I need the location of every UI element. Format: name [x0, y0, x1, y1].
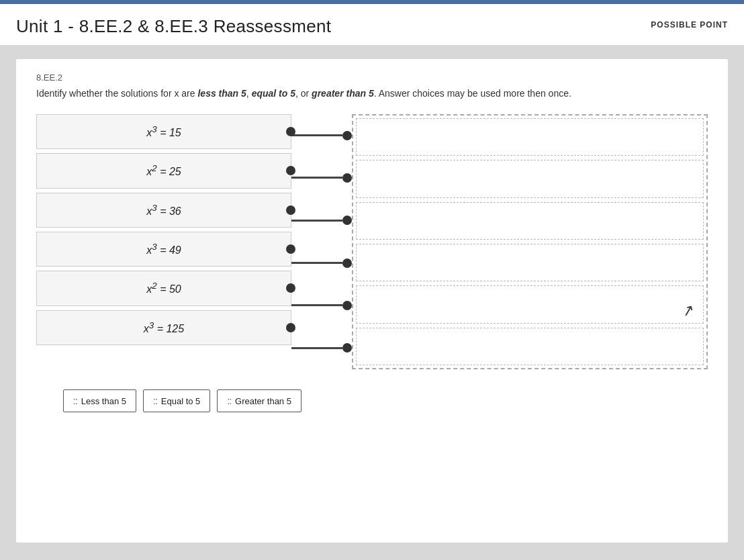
conn-line-5 — [291, 304, 342, 306]
answer-chip-greater-label: Greater than 5 — [235, 396, 291, 406]
drop-zone-2[interactable] — [356, 160, 704, 197]
drop-zone-4[interactable] — [356, 244, 704, 281]
conn-row-6 — [291, 328, 352, 367]
conn-row-3 — [291, 201, 352, 240]
answer-chip-equal-label: Equal to 5 — [161, 396, 201, 406]
main-content: 8.EE.2 Identify whether the solutions fo… — [0, 46, 744, 560]
conn-line-2 — [291, 177, 342, 179]
conn-line-6 — [291, 347, 342, 349]
possible-points-label: POSSIBLE POINT — [651, 20, 728, 30]
pagination: ◄ 3 4 5 6 7 8 9 10 — [0, 549, 744, 560]
conn-dot-right-6 — [342, 343, 352, 353]
equation-text-5: x2 = 50 — [146, 281, 181, 295]
question-card: 8.EE.2 Identify whether the solutions fo… — [16, 59, 728, 543]
conn-line-1 — [291, 134, 342, 136]
conn-line-3 — [291, 220, 342, 222]
answer-chip-less-label: Less than 5 — [81, 396, 126, 406]
equation-text-4: x3 = 49 — [146, 242, 181, 256]
page-title: Unit 1 - 8.EE.2 & 8.EE.3 Reassessment — [16, 16, 331, 37]
conn-row-5 — [291, 286, 352, 325]
answer-chip-equal[interactable]: :: Equal to 5 — [143, 389, 210, 412]
conn-dot-right-5 — [342, 301, 352, 310]
drag-icon-equal: :: — [153, 395, 157, 406]
connectors-column — [291, 114, 352, 369]
answer-options: :: Less than 5 :: Equal to 5 :: Greater … — [63, 389, 708, 412]
drop-zone-5[interactable] — [356, 285, 704, 323]
equation-text-3: x3 = 36 — [146, 203, 181, 218]
conn-row-1 — [291, 116, 352, 155]
drop-zone-column[interactable] — [352, 114, 708, 369]
conn-dot-right-1 — [342, 131, 352, 140]
equation-box-1: x3 = 15 — [36, 114, 291, 149]
equation-text-6: x3 = 125 — [144, 320, 184, 335]
equation-text-2: x2 = 25 — [146, 163, 181, 178]
conn-dot-right-2 — [342, 173, 352, 183]
question-standard: 8.EE.2 — [36, 73, 708, 83]
equation-box-5: x2 = 50 — [36, 271, 291, 306]
connector-dot-left-6 — [286, 323, 295, 332]
conn-line-4 — [291, 262, 342, 264]
header: Unit 1 - 8.EE.2 & 8.EE.3 Reassessment PO… — [0, 4, 744, 46]
drop-zone-6[interactable] — [356, 328, 704, 365]
equation-box-4: x3 = 49 — [36, 232, 291, 267]
drop-zone-3[interactable] — [356, 202, 704, 240]
equation-box-3: x3 = 36 — [36, 193, 291, 228]
conn-dot-right-3 — [342, 216, 352, 225]
answer-chip-less[interactable]: :: Less than 5 — [63, 389, 136, 412]
conn-row-4 — [291, 244, 352, 283]
drag-match-area: x3 = 15 x2 = 25 x3 = 36 x3 = 49 x2 = 50 — [36, 114, 708, 369]
conn-row-2 — [291, 158, 352, 197]
equation-text-1: x3 = 15 — [146, 124, 181, 139]
conn-dot-right-4 — [342, 259, 352, 268]
equation-box-2: x2 = 25 — [36, 153, 291, 188]
equation-box-6: x3 = 125 — [36, 310, 291, 345]
drop-zone-1[interactable] — [356, 118, 704, 156]
question-instruction: Identify whether the solutions for x are… — [36, 87, 708, 101]
answer-chip-greater[interactable]: :: Greater than 5 — [217, 389, 301, 412]
drag-icon-greater: :: — [227, 395, 231, 406]
equations-column: x3 = 15 x2 = 25 x3 = 36 x3 = 49 x2 = 50 — [36, 114, 291, 369]
drag-icon-less: :: — [73, 395, 77, 406]
connector-dot-left-3 — [286, 205, 295, 215]
